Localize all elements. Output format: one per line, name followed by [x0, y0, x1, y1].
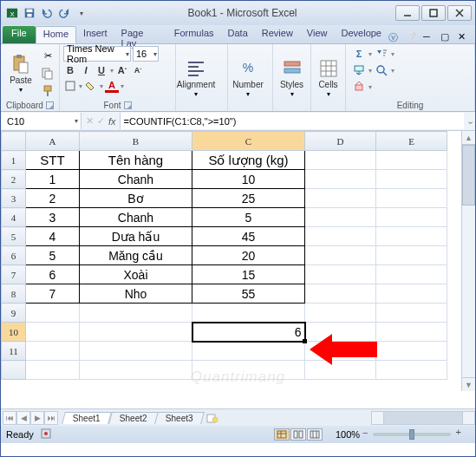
cell[interactable]	[192, 342, 305, 361]
paste-button[interactable]: Paste ▾	[4, 54, 37, 94]
active-cell[interactable]: 6	[192, 323, 305, 342]
cell[interactable]: Bơ	[80, 189, 192, 208]
row-header[interactable]: 4	[2, 208, 26, 227]
cell[interactable]	[376, 246, 447, 265]
cell[interactable]	[376, 189, 447, 208]
cell[interactable]	[376, 284, 447, 304]
cell[interactable]	[80, 323, 192, 342]
cell[interactable]	[376, 208, 447, 227]
cell[interactable]: 5	[26, 246, 80, 265]
cell[interactable]	[305, 284, 376, 304]
cell[interactable]: 55	[192, 284, 305, 304]
row-header[interactable]: 8	[2, 284, 26, 304]
vertical-scrollbar[interactable]: ▲ ▼	[461, 131, 475, 391]
cell[interactable]	[192, 304, 305, 323]
next-sheet-icon[interactable]: ▶	[30, 411, 44, 425]
clipboard-dialog-launcher[interactable]	[46, 101, 54, 109]
horizontal-scrollbar[interactable]	[371, 411, 475, 425]
tab-review[interactable]: Review	[255, 26, 300, 43]
find-select-icon[interactable]	[374, 62, 389, 78]
cancel-formula-icon[interactable]: ✕	[86, 115, 94, 127]
page-break-view-icon[interactable]	[307, 428, 323, 441]
alignment-button[interactable]: Alignment ▾	[179, 58, 212, 98]
help-icon[interactable]: ❔	[406, 31, 418, 43]
scroll-right-icon[interactable]	[462, 412, 474, 424]
select-all-corner[interactable]	[2, 132, 26, 151]
name-box[interactable]: C10	[2, 113, 82, 129]
cell[interactable]: 5	[192, 208, 305, 227]
cell[interactable]: 3	[26, 208, 80, 227]
cell[interactable]	[305, 227, 376, 246]
zoom-label[interactable]: 100%	[329, 429, 366, 440]
cell[interactable]	[376, 265, 447, 284]
hscroll-thumb[interactable]	[384, 412, 462, 424]
font-name-combo[interactable]: Times New Rom	[63, 46, 131, 62]
redo-icon[interactable]	[56, 5, 72, 21]
cell[interactable]: 10	[192, 170, 305, 189]
save-icon[interactable]	[22, 5, 37, 21]
enter-formula-icon[interactable]: ✓	[97, 115, 105, 127]
cell[interactable]: Nho	[80, 284, 192, 304]
cell[interactable]: 25	[192, 189, 305, 208]
tab-page-layout[interactable]: Page Lay	[114, 26, 167, 43]
border-icon[interactable]	[63, 79, 77, 93]
copy-icon[interactable]	[40, 66, 55, 82]
cell[interactable]	[305, 265, 376, 284]
cell[interactable]: 15	[192, 265, 305, 284]
cell[interactable]	[26, 323, 80, 342]
row-header[interactable]: 10	[2, 323, 26, 342]
cell[interactable]	[376, 361, 447, 380]
cell[interactable]	[305, 170, 376, 189]
row-header[interactable]: 5	[2, 227, 26, 246]
cell[interactable]	[376, 304, 447, 323]
cell[interactable]	[305, 151, 376, 170]
cell[interactable]: Dưa hấu	[80, 227, 192, 246]
fill-color-icon[interactable]	[84, 79, 98, 93]
number-button[interactable]: % Number ▾	[231, 58, 264, 98]
undo-icon[interactable]	[39, 5, 55, 21]
font-dialog-launcher[interactable]	[124, 101, 132, 109]
expand-formula-bar-icon[interactable]: ⌄	[465, 112, 475, 130]
cell[interactable]	[305, 208, 376, 227]
cells-button[interactable]: Cells ▾	[315, 58, 342, 98]
first-sheet-icon[interactable]: ⏮	[3, 411, 16, 425]
cell[interactable]	[305, 246, 376, 265]
row-header[interactable]: 6	[2, 246, 26, 265]
row-header[interactable]: 9	[2, 304, 26, 323]
last-sheet-icon[interactable]: ⏭	[44, 411, 58, 425]
workbook-restore-icon[interactable]: ▢	[440, 31, 453, 43]
sheet-tab[interactable]: Sheet1	[62, 412, 111, 424]
col-header[interactable]: C	[192, 132, 305, 151]
underline-button[interactable]: U	[95, 63, 108, 77]
tab-file[interactable]: File	[3, 26, 36, 43]
cell[interactable]	[376, 227, 447, 246]
cell[interactable]: 2	[26, 189, 80, 208]
cell[interactable]: Chanh	[80, 208, 192, 227]
new-sheet-icon[interactable]	[203, 412, 222, 424]
cell[interactable]	[26, 361, 80, 380]
cell[interactable]: 1	[26, 170, 80, 189]
increase-font-icon[interactable]: Aˆ	[115, 63, 129, 77]
format-painter-icon[interactable]	[40, 83, 55, 99]
cell[interactable]	[305, 304, 376, 323]
cell[interactable]: 6	[26, 265, 80, 284]
fill-icon[interactable]	[351, 62, 367, 78]
sheet-tab[interactable]: Sheet2	[108, 412, 158, 424]
zoom-thumb[interactable]	[409, 429, 414, 440]
cell[interactable]	[80, 342, 192, 361]
cell[interactable]	[80, 304, 192, 323]
prev-sheet-icon[interactable]: ◀	[16, 411, 30, 425]
scroll-up-icon[interactable]: ▲	[462, 131, 475, 145]
sheet-tab[interactable]: Sheet3	[155, 412, 205, 424]
font-size-combo[interactable]: 16	[133, 46, 159, 62]
row-header[interactable]	[2, 361, 26, 380]
maximize-button[interactable]	[421, 5, 446, 21]
cell[interactable]: Số lượng (kg)	[192, 151, 305, 170]
normal-view-icon[interactable]	[274, 428, 290, 441]
cell[interactable]	[26, 342, 80, 361]
tab-home[interactable]: Home	[36, 26, 76, 43]
autosum-icon[interactable]: Σ	[351, 46, 367, 62]
decrease-font-icon[interactable]: Aˇ	[131, 63, 145, 77]
cell[interactable]	[192, 361, 305, 380]
cell[interactable]	[376, 342, 447, 361]
